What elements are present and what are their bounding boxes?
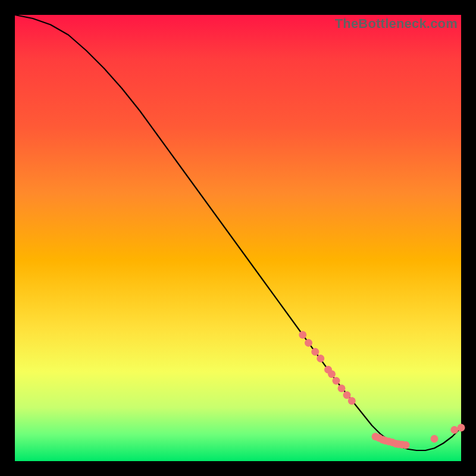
curve-marker <box>431 435 439 443</box>
chart-svg <box>15 15 461 461</box>
curve-marker <box>450 426 458 434</box>
curve-marker <box>333 377 340 385</box>
bottleneck-curve-path <box>15 15 461 450</box>
curve-marker <box>299 331 306 339</box>
curve-marker <box>458 424 465 431</box>
curve-marker <box>305 339 312 347</box>
plot-area: TheBottleneck.com <box>15 15 461 461</box>
curve-marker <box>338 384 346 392</box>
chart-stage: TheBottleneck.com <box>0 0 476 476</box>
curve-marker <box>402 441 410 449</box>
curve-marker <box>328 370 336 378</box>
curve-marker <box>311 348 319 356</box>
curve-marker <box>348 397 356 405</box>
curve-markers <box>299 331 465 449</box>
curve-marker <box>317 355 324 362</box>
